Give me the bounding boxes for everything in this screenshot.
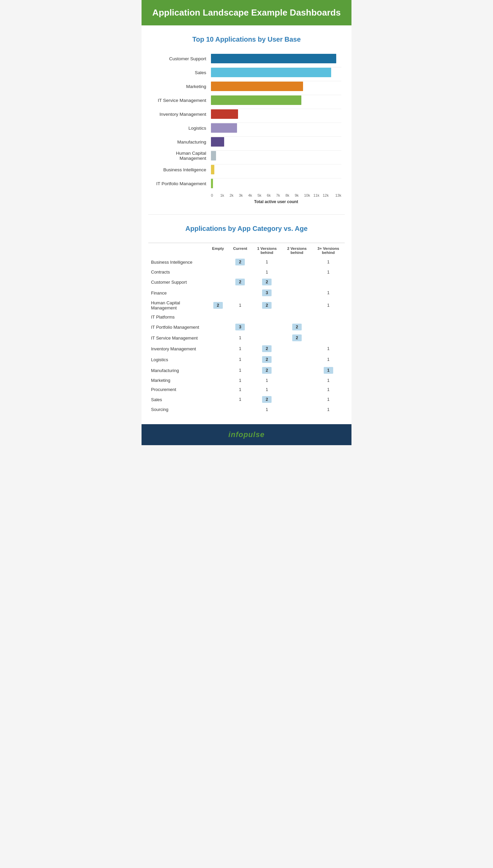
cell-current bbox=[229, 267, 252, 277]
bar-chart-section: Top 10 Applications by User Base Custome… bbox=[142, 25, 351, 211]
table-row: Human Capital Management2121 bbox=[148, 298, 345, 312]
cell-current bbox=[229, 287, 252, 298]
cell-current: 1 bbox=[229, 343, 252, 354]
section-divider bbox=[148, 214, 345, 215]
brand-logo: infopulse bbox=[148, 430, 345, 439]
cell-empty bbox=[208, 385, 229, 394]
row-label: Manufacturing bbox=[148, 365, 208, 376]
cell-current: 1 bbox=[229, 365, 252, 376]
bar-label: IT Portfolio Management bbox=[152, 181, 211, 186]
cell-v2behind bbox=[282, 287, 312, 298]
cell-v1behind: 1 bbox=[252, 405, 282, 414]
bar-fill bbox=[211, 123, 237, 133]
cell-v2behind bbox=[282, 376, 312, 385]
bar-track bbox=[211, 137, 341, 147]
cell-v2behind bbox=[282, 343, 312, 354]
cell-empty bbox=[208, 312, 229, 322]
bar-track bbox=[211, 95, 341, 105]
cell-empty bbox=[208, 257, 229, 267]
cell-v2behind bbox=[282, 394, 312, 405]
bar-label: Business Intelligence bbox=[152, 167, 211, 172]
cell-v1behind: 1 bbox=[252, 257, 282, 267]
bar-row: Manufacturing bbox=[152, 137, 341, 147]
bar-label: Logistics bbox=[152, 126, 211, 131]
table-section: Applications by App Category vs. Age Bus… bbox=[142, 218, 351, 424]
cell-v1behind: 2 bbox=[252, 365, 282, 376]
table-row: Logistics121 bbox=[148, 354, 345, 365]
column-header bbox=[148, 243, 208, 257]
table-row: Marketing111 bbox=[148, 376, 345, 385]
bar-track bbox=[211, 54, 341, 63]
cell-v3plus: 1 bbox=[312, 287, 345, 298]
bar-fill bbox=[211, 54, 336, 63]
bar-chart: Customer Support Sales Marketing IT Serv… bbox=[152, 53, 341, 189]
column-header: Empty bbox=[208, 243, 229, 257]
bar-label: Sales bbox=[152, 70, 211, 75]
cell-v1behind: 3 bbox=[252, 287, 282, 298]
bar-row: Human Capital Management bbox=[152, 151, 341, 161]
row-label: Contracts bbox=[148, 267, 208, 277]
bar-fill bbox=[211, 165, 214, 174]
category-table: Business Intelligence211Contracts11Custo… bbox=[148, 243, 345, 414]
cell-v2behind bbox=[282, 298, 312, 312]
bar-label: Inventory Management bbox=[152, 112, 211, 117]
row-label: Sales bbox=[148, 394, 208, 405]
cell-v2behind bbox=[282, 354, 312, 365]
axis-tick-label: 9k bbox=[295, 193, 304, 197]
row-label: Inventory Management bbox=[148, 343, 208, 354]
bar-fill bbox=[211, 109, 238, 119]
cell-current: 1 bbox=[229, 376, 252, 385]
bar-row: Logistics bbox=[152, 123, 341, 133]
cell-v3plus bbox=[312, 312, 345, 322]
bar-row: Sales bbox=[152, 67, 341, 78]
bar-fill bbox=[211, 82, 303, 91]
cell-v3plus: 1 bbox=[312, 354, 345, 365]
cell-current: 2 bbox=[229, 257, 252, 267]
table-row: Manufacturing121 bbox=[148, 365, 345, 376]
column-header: Current bbox=[229, 243, 252, 257]
bar-label: IT Service Management bbox=[152, 98, 211, 103]
cell-current: 1 bbox=[229, 332, 252, 343]
cell-v2behind bbox=[282, 312, 312, 322]
cell-v2behind: 2 bbox=[282, 322, 312, 332]
bar-track bbox=[211, 68, 341, 77]
bar-row: IT Portfolio Management bbox=[152, 178, 341, 189]
cell-v1behind: 2 bbox=[252, 277, 282, 287]
page-title: Application Landscape Example Dashboards bbox=[148, 7, 345, 18]
axis-tick-label: 4k bbox=[248, 193, 258, 197]
cell-v3plus: 1 bbox=[312, 405, 345, 414]
cell-v1behind: 1 bbox=[252, 385, 282, 394]
cell-v3plus bbox=[312, 277, 345, 287]
column-header: 1 Versions behind bbox=[252, 243, 282, 257]
table-row: Sourcing11 bbox=[148, 405, 345, 414]
bar-track bbox=[211, 82, 341, 91]
cell-v2behind bbox=[282, 257, 312, 267]
cell-current: 1 bbox=[229, 298, 252, 312]
row-label: Customer Support bbox=[148, 277, 208, 287]
cell-v3plus: 1 bbox=[312, 267, 345, 277]
table-row: Sales121 bbox=[148, 394, 345, 405]
cell-empty bbox=[208, 365, 229, 376]
table-header-row: EmptyCurrent1 Versions behind2 Versions … bbox=[148, 243, 345, 257]
bar-fill bbox=[211, 151, 216, 160]
brand-prefix: info bbox=[229, 430, 243, 439]
cell-v1behind: 1 bbox=[252, 376, 282, 385]
cell-empty bbox=[208, 354, 229, 365]
table-row: Procurement111 bbox=[148, 385, 345, 394]
bar-track bbox=[211, 123, 341, 133]
cell-v1behind bbox=[252, 322, 282, 332]
bar-fill bbox=[211, 68, 331, 77]
row-label: Human Capital Management bbox=[148, 298, 208, 312]
row-label: IT Platforms bbox=[148, 312, 208, 322]
axis-tick-label: 10k bbox=[304, 193, 314, 197]
cell-v3plus: 1 bbox=[312, 385, 345, 394]
table-title: Applications by App Category vs. Age bbox=[148, 225, 345, 233]
bar-fill bbox=[211, 95, 301, 105]
cell-v3plus: 1 bbox=[312, 343, 345, 354]
cell-v3plus: 1 bbox=[312, 394, 345, 405]
cell-v2behind bbox=[282, 405, 312, 414]
axis-tick-label: 8k bbox=[285, 193, 295, 197]
cell-empty bbox=[208, 267, 229, 277]
axis-tick-label: 11k bbox=[314, 193, 323, 197]
axis-tick-label: 1k bbox=[220, 193, 230, 197]
